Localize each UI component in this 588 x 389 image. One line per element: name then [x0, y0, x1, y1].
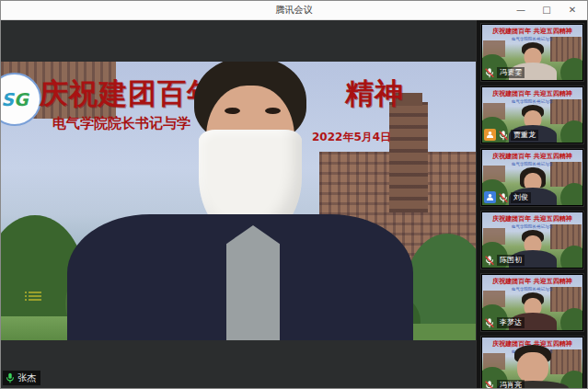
- participant-sidebar[interactable]: 庆祝建团百年 共迎五四精神 电气学院院长书记与学 冯霎雯: [476, 19, 587, 388]
- participant-tile-3[interactable]: 庆祝建团百年 共迎五四精神 电气学院院长书记与学 刘: [480, 148, 584, 207]
- scene-list-glyph: [25, 292, 41, 305]
- speaker-shirt: [226, 225, 280, 340]
- participant-name: 刘俊: [511, 192, 531, 203]
- participant-tile-2[interactable]: 庆祝建团百年 共迎五四精神 电气学院院长书记与学 贾: [480, 86, 584, 144]
- meeting-window: 腾讯会议 — □ ✕ SG 庆祝建团百年 精神 电气学院院长书记与学: [0, 0, 588, 389]
- main-stage: SG 庆祝建团百年 精神 电气学院院长书记与学 2022年5月4日 张杰: [1, 19, 476, 388]
- participant-tile-6[interactable]: 庆祝建团百年 共迎五四精神 电气学院院长书记与学 冯肖亮: [480, 336, 584, 388]
- minimize-button[interactable]: —: [508, 1, 534, 19]
- window-title: 腾讯会议: [1, 1, 587, 19]
- tile-banner-line1: 庆祝建团百年 共迎五四精神: [482, 277, 582, 286]
- tile-banner-line2: 电气学院院长书记与学: [495, 36, 571, 42]
- muted-mic-icon: [484, 317, 495, 328]
- speaker-eye: [265, 108, 281, 114]
- tree: [560, 246, 582, 268]
- tree: [560, 183, 582, 205]
- banner-title-left: 庆祝建团百年: [40, 74, 216, 113]
- self-name-label: 张杰: [3, 371, 40, 385]
- participant-name: 陈国初: [497, 255, 525, 266]
- participant-name: 贾重龙: [511, 130, 538, 141]
- mic-on-icon: [5, 372, 16, 383]
- tree: [560, 308, 582, 330]
- muted-mic-icon: [484, 380, 495, 388]
- banner-date: 2022年5月4日: [312, 130, 391, 145]
- maximize-button[interactable]: □: [534, 1, 559, 19]
- tile-banner-line2: 电气学院院长书记与学: [495, 161, 571, 167]
- tile-banner-line1: 庆祝建团百年 共迎五四精神: [482, 27, 582, 36]
- campus-tower: [389, 102, 428, 212]
- user-badge: [484, 191, 496, 203]
- participant-tile-1[interactable]: 庆祝建团百年 共迎五四精神 电气学院院长书记与学 冯霎雯: [480, 23, 584, 82]
- hand-raised-badge: [484, 129, 496, 141]
- tile-banner-line1: 庆祝建团百年 共迎五四精神: [482, 152, 582, 161]
- window-controls: — □ ✕: [508, 1, 585, 19]
- tile-banner-line1: 庆祝建团百年 共迎五四精神: [482, 214, 582, 223]
- participant-name: 冯肖亮: [497, 380, 525, 388]
- banner-subtitle: 电气学院院长书记与学: [52, 115, 190, 132]
- participant-tile-5[interactable]: 庆祝建团百年 共迎五四精神 电气学院院长书记与学 李梦达: [480, 273, 584, 332]
- banner-title-right: 精神: [345, 74, 404, 113]
- participant-name: 冯霎雯: [497, 67, 525, 78]
- tile-banner-line2: 电气学院院长书记与学: [495, 98, 571, 105]
- tile-banner-line2: 电气学院院长书记与学: [495, 223, 571, 230]
- speaker-eye: [225, 108, 240, 114]
- speaker-name: 张杰: [17, 371, 36, 385]
- tree: [560, 120, 582, 143]
- close-button[interactable]: ✕: [559, 1, 585, 19]
- participant-name: 李梦达: [497, 317, 525, 328]
- tree: [560, 58, 582, 80]
- muted-mic-icon: [498, 192, 509, 203]
- tile-banner-line2: 电气学院院长书记与学: [495, 286, 571, 292]
- main-video[interactable]: SG 庆祝建团百年 精神 电气学院院长书记与学 2022年5月4日: [1, 62, 476, 340]
- title-bar[interactable]: 腾讯会议 — □ ✕: [1, 1, 587, 20]
- tile-banner-line1: 庆祝建团百年 共迎五四精神: [482, 89, 582, 98]
- participant-tile-4[interactable]: 庆祝建团百年 共迎五四精神 电气学院院长书记与学 陈国初: [480, 211, 584, 269]
- user-icon: [486, 193, 494, 201]
- user-icon: [486, 131, 494, 139]
- muted-mic-icon: [484, 67, 495, 78]
- muted-mic-icon: [498, 130, 509, 141]
- muted-mic-icon: [484, 255, 495, 266]
